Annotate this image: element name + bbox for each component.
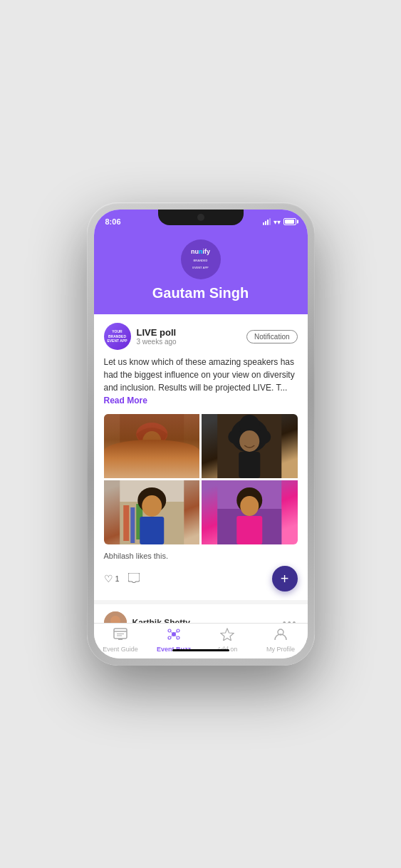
post-actions: ♡ 1 +: [104, 566, 298, 591]
post-header: YourBrandedEvent App LIVE poll 3 weeks a…: [104, 323, 298, 350]
event-guide-icon: [113, 628, 127, 644]
status-time: 8:06: [105, 217, 121, 226]
svg-point-2: [136, 423, 167, 445]
poll-image-3[interactable]: [104, 480, 200, 544]
logo-text: nunify BRANDEDEVENT APP: [191, 248, 210, 271]
phone-notch: [158, 210, 244, 225]
app-logo: nunify BRANDEDEVENT APP: [181, 239, 221, 279]
svg-line-39: [171, 632, 172, 634]
badge-text: YourBrandedEvent App: [107, 329, 127, 343]
user-name: Gautam Singh: [152, 285, 249, 301]
add-on-icon: [220, 628, 234, 644]
post-likes: Abhilash likes this.: [104, 552, 298, 560]
event-buzz-icon: [167, 628, 181, 644]
svg-point-18: [142, 495, 162, 517]
signal-icon: [263, 218, 271, 225]
post-header-left: YourBrandedEvent App LIVE poll 3 weeks a…: [104, 323, 177, 350]
poll-image-1[interactable]: [104, 414, 200, 478]
my-profile-icon: [274, 628, 288, 644]
post-title: LIVE poll: [137, 327, 177, 338]
phone-screen: 8:06 ▾▾ nunify BRANDEDEVENT APP Gautam S…: [94, 210, 308, 658]
comment-action[interactable]: [128, 573, 140, 585]
like-action[interactable]: ♡ 1: [104, 573, 120, 584]
svg-point-23: [240, 496, 259, 516]
tab-event-guide-label: Event Guide: [103, 646, 138, 653]
next-avatar: [104, 611, 127, 623]
poll-images-grid: [104, 414, 298, 544]
svg-point-3: [142, 431, 161, 451]
comment-icon: [128, 573, 140, 585]
tab-bar: Event Guide Event Bu: [94, 623, 308, 658]
heart-icon: ♡: [104, 573, 113, 584]
svg-rect-15: [130, 507, 135, 543]
action-left: ♡ 1: [104, 573, 140, 585]
svg-point-36: [177, 629, 179, 632]
svg-rect-4: [145, 451, 159, 478]
svg-rect-24: [236, 516, 262, 544]
svg-line-42: [175, 636, 177, 637]
svg-point-10: [239, 430, 259, 452]
svg-line-41: [171, 636, 172, 637]
poll-image-2[interactable]: [202, 414, 298, 478]
svg-rect-19: [140, 517, 164, 544]
home-indicator: [172, 649, 229, 651]
app-header: nunify BRANDEDEVENT APP Gautam Singh: [94, 229, 308, 314]
more-dots[interactable]: •••: [283, 617, 298, 623]
poll-image-4[interactable]: [202, 480, 298, 544]
svg-rect-0: [120, 414, 184, 478]
svg-point-37: [168, 636, 171, 639]
next-post-name: Karthik Shetty: [132, 618, 190, 623]
post-card: YourBrandedEvent App LIVE poll 3 weeks a…: [94, 314, 308, 600]
post-title-group: LIVE poll 3 weeks ago: [137, 327, 177, 346]
content-area[interactable]: YourBrandedEvent App LIVE poll 3 weeks a…: [94, 314, 308, 623]
svg-line-40: [175, 632, 177, 634]
svg-point-1: [139, 425, 165, 453]
read-more-link[interactable]: Read More: [104, 396, 147, 405]
svg-point-35: [168, 629, 171, 632]
tab-event-guide[interactable]: Event Guide: [94, 628, 147, 653]
wifi-icon: ▾▾: [274, 218, 281, 226]
phone-frame: 8:06 ▾▾ nunify BRANDEDEVENT APP Gautam S…: [87, 202, 315, 666]
like-count: 1: [115, 574, 120, 583]
tab-my-profile[interactable]: My Profile: [254, 628, 308, 653]
svg-rect-14: [123, 505, 129, 541]
branded-badge: YourBrandedEvent App: [104, 323, 131, 350]
fab-button[interactable]: +: [272, 566, 298, 591]
status-icons: ▾▾: [263, 218, 296, 226]
svg-rect-11: [239, 452, 260, 478]
next-post-preview[interactable]: Karthik Shetty •••: [94, 604, 308, 623]
post-body: Let us know which of these amazing speak…: [104, 356, 298, 407]
post-time: 3 weeks ago: [137, 338, 177, 346]
battery-icon: [283, 218, 296, 225]
svg-point-38: [177, 636, 179, 639]
svg-marker-43: [221, 629, 234, 641]
tab-my-profile-label: My Profile: [266, 646, 295, 653]
notification-button[interactable]: Notification: [246, 330, 297, 343]
